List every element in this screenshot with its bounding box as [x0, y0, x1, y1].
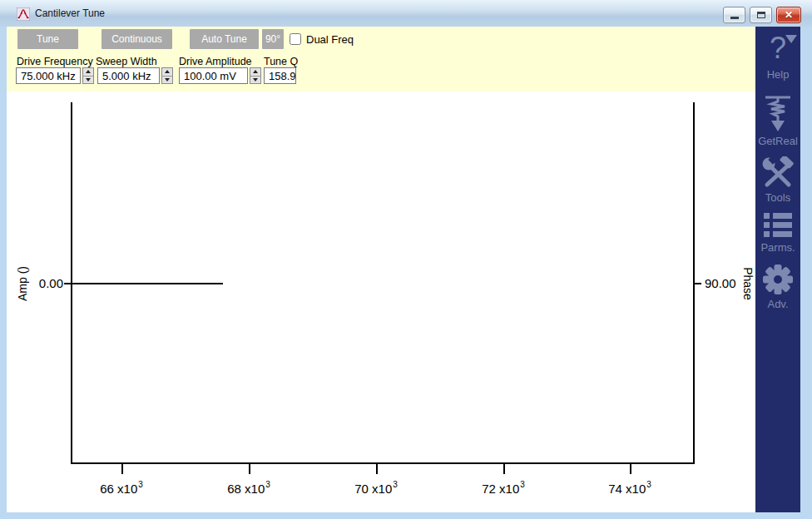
spring-arrow-icon: [764, 95, 792, 133]
sweep-width-input[interactable]: [97, 67, 160, 84]
title-bar: Cantilever Tune ✕: [0, 0, 812, 27]
drive-frequency-label: Drive Frequency: [17, 56, 93, 67]
sweep-width-stepper[interactable]: [161, 67, 173, 84]
x-axis-tick: [376, 463, 378, 474]
x-axis-tick: [630, 463, 631, 474]
x-axis-tick: [121, 463, 123, 474]
x-tick-label: 72 x103: [466, 481, 541, 496]
bullet-list-icon: [764, 212, 792, 239]
stepper-down-icon[interactable]: [250, 76, 260, 84]
dual-freq-checkbox[interactable]: [290, 33, 301, 45]
drive-amplitude-stepper[interactable]: [250, 67, 261, 84]
drive-amplitude-input[interactable]: [179, 67, 248, 84]
stepper-up-icon[interactable]: [250, 68, 260, 76]
x-tick-label: 68 x103: [211, 481, 286, 496]
triangle-down-icon: [785, 35, 797, 43]
maximize-button[interactable]: [750, 7, 772, 23]
phase-axis-title: Phase: [741, 267, 755, 300]
amp-axis-title: Amp (): [16, 266, 29, 301]
tune-button[interactable]: Tune: [17, 29, 78, 49]
tune-q-label: Tune Q: [264, 56, 298, 67]
x-tick-label: 66 x103: [84, 481, 159, 496]
stepper-down-icon[interactable]: [83, 76, 93, 84]
sidebar-item-getreal[interactable]: GetReal: [755, 95, 800, 147]
sidebar-item-label: Parms.: [755, 241, 800, 254]
sidebar-item-label: Help: [755, 68, 800, 81]
ninety-degree-button[interactable]: 90°: [262, 29, 284, 49]
sidebar-item-label: GetReal: [755, 135, 800, 147]
amplitude-trace: [72, 283, 223, 284]
close-icon: ✕: [785, 10, 793, 20]
gear-icon: [762, 264, 794, 295]
tune-q-input[interactable]: [264, 67, 296, 84]
sidebar: ? Help GetReal: [755, 27, 800, 512]
amp-axis-tick: [64, 283, 71, 284]
stepper-down-icon[interactable]: [162, 76, 172, 84]
crossed-tools-icon: [761, 156, 795, 190]
window-title: Cantilever Tune: [35, 7, 105, 19]
close-button[interactable]: ✕: [776, 7, 801, 23]
drive-frequency-stepper[interactable]: [82, 67, 94, 84]
frequency-x-axis: [71, 462, 695, 464]
x-axis-tick: [503, 463, 505, 474]
dual-freq-label: Dual Freq: [306, 33, 354, 46]
stepper-up-icon[interactable]: [162, 68, 172, 76]
x-tick-label: 74 x103: [592, 481, 667, 496]
help-question-icon: ?: [770, 32, 786, 64]
sidebar-item-label: Tools: [755, 191, 800, 204]
x-tick-label: 70 x103: [339, 481, 413, 496]
minimize-button[interactable]: [723, 7, 745, 23]
sidebar-item-parms[interactable]: Parms.: [755, 211, 800, 254]
cantilever-tune-window: { "window": { "title": "Cantilever Tune"…: [0, 0, 812, 519]
stepper-up-icon[interactable]: [83, 68, 93, 76]
sidebar-item-tools[interactable]: Tools: [755, 156, 800, 204]
maximize-icon: [757, 12, 765, 18]
sidebar-item-help[interactable]: ? Help: [755, 30, 800, 81]
phase-axis-tick: [695, 283, 701, 284]
drive-frequency-input[interactable]: [16, 67, 81, 84]
tune-toolbar: Tune Continuous Auto Tune 90° Dual Freq …: [7, 27, 755, 91]
minimize-icon: [730, 17, 739, 19]
continuous-button[interactable]: Continuous: [102, 29, 172, 49]
x-axis-tick: [249, 463, 250, 474]
plot-area: [7, 91, 755, 512]
phase-tick-label: 90.00: [705, 276, 736, 290]
sidebar-item-label: Adv.: [755, 298, 800, 310]
drive-amplitude-label: Drive Amplitude: [179, 56, 252, 67]
sidebar-item-adv[interactable]: Adv.: [755, 263, 800, 310]
auto-tune-button[interactable]: Auto Tune: [190, 29, 259, 49]
resonance-curve-icon: [17, 7, 30, 21]
sweep-width-label: Sweep Width: [96, 56, 157, 67]
